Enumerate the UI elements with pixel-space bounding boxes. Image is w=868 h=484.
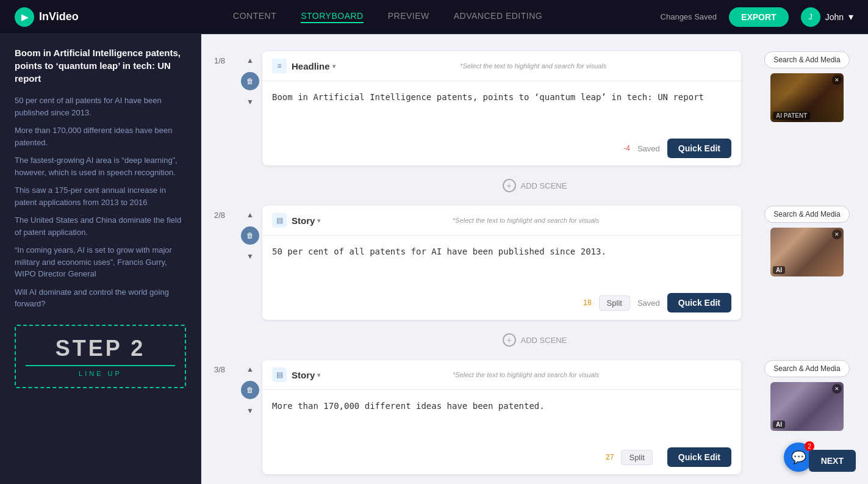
scene-3-thumb[interactable]: ✕ AI [770, 382, 844, 431]
sidebar: Boom in Artificial Intelligence patents,… [0, 34, 201, 484]
sidebar-title: Boom in Artificial Intelligence patents,… [15, 46, 186, 85]
scene-2-delete[interactable]: 🗑 [241, 226, 259, 245]
scene-2-thumb-close[interactable]: ✕ [832, 229, 842, 239]
scene-3-up[interactable]: ▲ [241, 360, 259, 378]
scene-1-text[interactable] [272, 91, 731, 121]
scene-1: 1/8 ▲ 🗑 ▼ ≡ Headline ▾ *Select the text … [201, 46, 868, 170]
scene-3-media-search[interactable]: Search & Add Media [764, 360, 849, 377]
scene-3-split[interactable]: Split [621, 450, 652, 465]
scene-3-footer: 27 Split Quick Edit [262, 442, 741, 474]
scene-1-media-search[interactable]: Search & Add Media [764, 51, 849, 68]
top-nav: ▶ InVideo CONTENT STORYBOARD PREVIEW ADV… [0, 0, 868, 34]
content-area: 1/8 ▲ 🗑 ▼ ≡ Headline ▾ *Select the text … [201, 34, 868, 484]
scene-3-type[interactable]: Story ▾ [292, 370, 320, 380]
scene-1-media: Search & Add Media ✕ AI PATENT [746, 46, 868, 122]
add-scene-1[interactable]: + ADD SCENE [201, 170, 868, 201]
scene-3-header: ▤ Story ▾ *Select the text to highlight … [262, 360, 741, 390]
app-name: InVideo [39, 10, 79, 23]
scene-3-thumb-close[interactable]: ✕ [832, 384, 842, 394]
logo-section: ▶ InVideo [15, 7, 79, 27]
scene-2-hint: *Select the text to highlight and search… [320, 217, 731, 224]
scene-2-media: Search & Add Media ✕ AI [746, 201, 868, 276]
scene-2-type[interactable]: Story ▾ [292, 215, 320, 226]
scene-3-type-icon: ▤ [272, 367, 287, 382]
scene-2-quickedit[interactable]: Quick Edit [667, 293, 731, 312]
scene-2-number: 2/8 [201, 201, 238, 220]
scene-2-header: ▤ Story ▾ *Select the text to highlight … [262, 206, 741, 236]
scene-2: 2/8 ▲ 🗑 ▼ ▤ Story ▾ *Select the text to … [201, 201, 868, 325]
scene-2-down[interactable]: ▼ [241, 247, 259, 265]
sidebar-item-4: The United States and China dominate the… [15, 214, 186, 238]
scene-2-thumb[interactable]: ✕ AI [770, 228, 844, 276]
add-scene-2-icon: + [503, 333, 516, 347]
nav-links: CONTENT STORYBOARD PREVIEW ADVANCED EDIT… [115, 11, 661, 23]
scene-1-thumb-close[interactable]: ✕ [832, 75, 842, 85]
scene-3: 3/8 ▲ 🗑 ▼ ▤ Story ▾ *Select the text to … [201, 355, 868, 479]
scene-3-number: 3/8 [201, 355, 238, 374]
scene-1-header: ≡ Headline ▾ *Select the text to highlig… [262, 51, 741, 81]
scene-1-up[interactable]: ▲ [241, 51, 259, 70]
scene-2-split[interactable]: Split [599, 295, 630, 311]
nav-advanced[interactable]: ADVANCED EDITING [454, 11, 542, 23]
step-sub: LINE UP [26, 365, 175, 377]
scene-1-down[interactable]: ▼ [241, 93, 259, 111]
export-button[interactable]: EXPORT [729, 7, 789, 27]
scene-3-thumb-label: AI [773, 421, 785, 428]
scene-1-footer: -4 Saved Quick Edit [262, 134, 741, 165]
next-button[interactable]: NEXT [809, 450, 856, 472]
scene-1-hint: *Select the text to highlight and search… [335, 62, 731, 70]
scene-3-charcount: 27 [606, 453, 614, 461]
scene-2-media-search[interactable]: Search & Add Media [764, 206, 849, 223]
scene-1-thumb[interactable]: ✕ AI PATENT [770, 73, 844, 122]
scene-1-body [262, 81, 741, 134]
scene-1-charcount: -4 [623, 144, 630, 153]
scene-1-type-icon: ≡ [272, 59, 287, 73]
scene-1-card: ≡ Headline ▾ *Select the text to highlig… [262, 51, 741, 165]
chat-icon: 💬 [791, 450, 806, 464]
step-box: STEP 2 LINE UP [15, 325, 186, 388]
scene-3-card: ▤ Story ▾ *Select the text to highlight … [262, 360, 741, 474]
user-avatar: J [801, 7, 820, 27]
add-scene-2[interactable]: + ADD SCENE [201, 325, 868, 355]
nav-preview[interactable]: PREVIEW [388, 11, 429, 23]
scene-3-controls: ▲ 🗑 ▼ [238, 355, 262, 420]
sidebar-item-0: 50 per cent of all patents for AI have b… [15, 95, 186, 118]
sidebar-item-2: The fastest-growing AI area is “deep lea… [15, 154, 186, 178]
nav-storyboard[interactable]: STORYBOARD [301, 11, 364, 23]
nav-right: Changes Saved EXPORT J John ▾ [661, 7, 853, 27]
main-layout: Boom in Artificial Intelligence patents,… [0, 34, 868, 484]
scene-2-body [262, 236, 741, 288]
sidebar-item-3: This saw a 175-per cent annual increase … [15, 184, 186, 208]
scene-2-controls: ▲ 🗑 ▼ [238, 201, 262, 265]
scene-1-delete[interactable]: 🗑 [241, 72, 259, 90]
scene-2-footer: 18 Split Saved Quick Edit [262, 288, 741, 320]
scene-3-hint: *Select the text to highlight and search… [320, 371, 731, 378]
scene-1-number: 1/8 [201, 46, 238, 65]
logo-icon: ▶ [15, 7, 34, 27]
sidebar-item-5: “In coming years, AI is set to grow with… [15, 244, 186, 280]
scene-3-delete[interactable]: 🗑 [241, 381, 259, 399]
scene-1-quickedit[interactable]: Quick Edit [667, 139, 731, 158]
sidebar-item-1: More than 170,000 different ideas have b… [15, 125, 186, 148]
scene-2-saved: Saved [637, 298, 660, 308]
nav-content[interactable]: CONTENT [233, 11, 276, 23]
user-name: John [825, 12, 844, 22]
scene-2-type-icon: ▤ [272, 213, 287, 228]
scene-2-up[interactable]: ▲ [241, 206, 259, 224]
add-scene-1-label: ADD SCENE [521, 181, 567, 190]
user-section[interactable]: J John ▾ [801, 7, 853, 27]
scene-3-body [262, 390, 741, 442]
scene-3-quickedit[interactable]: Quick Edit [667, 447, 731, 467]
scene-1-type[interactable]: Headline ▾ [292, 61, 335, 71]
scene-3-down[interactable]: ▼ [241, 402, 259, 420]
scene-3-media: Search & Add Media ✕ AI [746, 355, 868, 431]
scene-1-saved: Saved [637, 144, 660, 153]
scene-2-thumb-label: AI [773, 266, 785, 274]
sidebar-item-6: Will AI dominate and control the world g… [15, 286, 186, 310]
step-label: STEP 2 [26, 336, 175, 361]
scene-2-charcount: 18 [583, 298, 591, 307]
scene-1-controls: ▲ 🗑 ▼ [238, 46, 262, 111]
scene-3-text[interactable] [272, 400, 731, 430]
scene-2-text[interactable] [272, 245, 731, 276]
add-scene-1-icon: + [503, 179, 516, 192]
